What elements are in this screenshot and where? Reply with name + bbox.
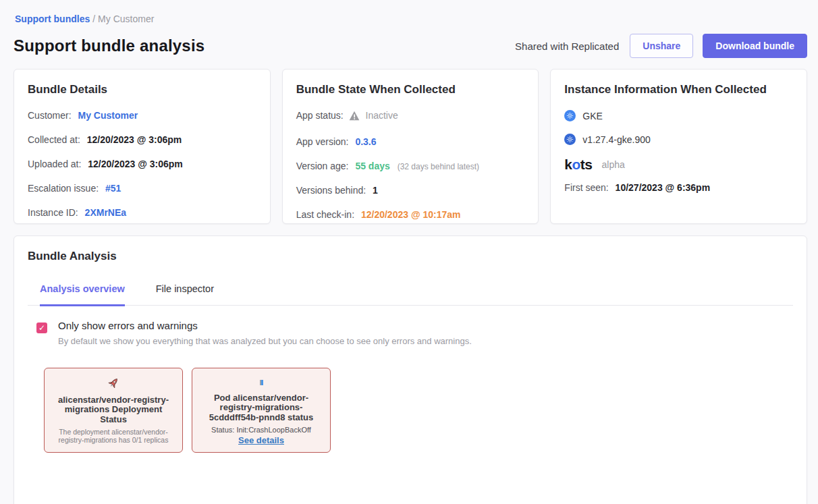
analysis-tabs: Analysis overview File inspector xyxy=(28,283,793,306)
first-seen-row: First seen: 10/27/2023 @ 6:36pm xyxy=(564,182,793,193)
versions-behind-label: Versions behind: xyxy=(296,185,366,196)
version-age-label: Version age: xyxy=(296,161,349,171)
collected-at-value: 12/20/2023 @ 3:06pm xyxy=(87,134,182,145)
collected-at-label: Collected at: xyxy=(28,134,80,145)
escalation-issue-row: Escalation issue: #51 xyxy=(28,183,256,194)
last-checkin-row: Last check-in: 12/20/2023 @ 10:17am xyxy=(296,209,525,220)
last-checkin-label: Last check-in: xyxy=(296,209,354,220)
summary-cards-row: Bundle Details Customer: My Customer Col… xyxy=(13,69,807,224)
see-details-link[interactable]: See details xyxy=(238,435,284,445)
app-status-label: App status: xyxy=(296,110,344,121)
app-status-value: Inactive xyxy=(366,110,398,121)
breadcrumb-separator: / xyxy=(90,13,98,24)
bundle-analysis-title: Bundle Analysis xyxy=(28,250,793,263)
distribution-value: GKE xyxy=(582,111,603,121)
filter-label: Only show errors and warnings xyxy=(58,320,472,331)
tab-file-inspector[interactable]: File inspector xyxy=(156,283,214,305)
errors-warnings-filter: ✓ Only show errors and warnings By defau… xyxy=(28,320,793,346)
warning-status-text: Status: Init:CrashLoopBackOff xyxy=(211,426,311,434)
escalation-issue-link[interactable]: #51 xyxy=(105,183,121,194)
bundle-details-title: Bundle Details xyxy=(28,83,256,96)
versions-behind-row: Versions behind: 1 xyxy=(296,185,525,196)
unshare-button[interactable]: Unshare xyxy=(630,34,693,58)
only-errors-checkbox[interactable]: ✓ xyxy=(36,323,47,333)
bundle-state-card: Bundle State When Collected App status: … xyxy=(282,69,539,224)
customer-label: Customer: xyxy=(28,110,72,121)
header-actions: Shared with Replicated Unshare Download … xyxy=(515,34,807,58)
warning-description: The deployment alicenstar/vendor-registr… xyxy=(53,428,174,444)
tab-analysis-overview[interactable]: Analysis overview xyxy=(40,283,125,306)
uploaded-at-row: Uploaded at: 12/20/2023 @ 3:06pm xyxy=(28,159,256,169)
instance-id-link[interactable]: 2XMrNEa xyxy=(85,207,126,218)
uploaded-at-label: Uploaded at: xyxy=(28,159,81,169)
pod-status-warning-card: Pod alicenstar/vendor-registry-migration… xyxy=(192,368,331,453)
instance-id-row: Instance ID: 2XMrNEa xyxy=(28,207,256,218)
analysis-results-row: alicenstar/vendor-registry-migrations De… xyxy=(28,368,793,453)
version-age-row: Version age: 55 days (32 days behind lat… xyxy=(296,161,525,171)
version-age-note: (32 days behind latest) xyxy=(398,162,479,171)
breadcrumb-current: My Customer xyxy=(98,13,154,24)
kots-channel: alpha xyxy=(602,159,625,170)
support-bundle-page: Support bundles/My Customer Support bund… xyxy=(0,0,818,504)
breadcrumb-support-bundles-link[interactable]: Support bundles xyxy=(15,13,90,24)
first-seen-label: First seen: xyxy=(564,182,608,193)
filter-description: By default we show you everything that w… xyxy=(58,336,472,346)
k8s-version-value: v1.27.4-gke.900 xyxy=(582,134,650,145)
breadcrumb: Support bundles/My Customer xyxy=(15,13,807,24)
download-bundle-button[interactable]: Download bundle xyxy=(703,34,807,58)
warning-title: alicenstar/vendor-registry-migrations De… xyxy=(53,395,174,424)
instance-info-title: Instance Information When Collected xyxy=(564,83,793,96)
escalation-issue-label: Escalation issue: xyxy=(28,183,99,194)
bundle-details-card: Bundle Details Customer: My Customer Col… xyxy=(13,69,271,224)
bundle-analysis-card: Bundle Analysis Analysis overview File i… xyxy=(13,235,807,504)
page-header: Support bundle analysis Shared with Repl… xyxy=(13,34,807,58)
app-version-label: App version: xyxy=(296,136,349,147)
warning-icon xyxy=(349,111,360,123)
rocket-icon xyxy=(107,375,120,391)
version-age-value: 55 days xyxy=(355,161,389,171)
customer-row: Customer: My Customer xyxy=(28,110,256,121)
app-version-row: App version: 0.3.6 xyxy=(296,136,525,147)
k8s-version-row: v1.27.4-gke.900 xyxy=(564,134,793,145)
gke-kubernetes-icon xyxy=(564,110,576,121)
distribution-row: GKE xyxy=(564,110,793,121)
last-checkin-value: 12/20/2023 @ 10:17am xyxy=(361,209,461,220)
app-status-row: App status: Inactive xyxy=(296,110,525,123)
pod-icon xyxy=(260,375,263,389)
customer-link[interactable]: My Customer xyxy=(78,110,138,121)
deployment-status-warning-card: alicenstar/vendor-registry-migrations De… xyxy=(44,368,183,453)
page-title: Support bundle analysis xyxy=(13,36,204,55)
instance-id-label: Instance ID: xyxy=(28,207,78,218)
versions-behind-value: 1 xyxy=(373,185,378,196)
collected-at-row: Collected at: 12/20/2023 @ 3:06pm xyxy=(28,134,256,145)
warning-title: Pod alicenstar/vendor-registry-migration… xyxy=(200,393,322,422)
kots-logo: kots xyxy=(564,157,592,171)
kots-row: kots alpha xyxy=(564,157,793,171)
first-seen-value: 10/27/2023 @ 6:36pm xyxy=(616,182,711,193)
shared-status-text: Shared with Replicated xyxy=(515,40,619,52)
bundle-state-title: Bundle State When Collected xyxy=(296,83,525,96)
kubernetes-version-icon xyxy=(564,134,576,145)
uploaded-at-value: 12/20/2023 @ 3:06pm xyxy=(88,159,183,169)
instance-info-card: Instance Information When Collected GKE … xyxy=(550,69,807,224)
app-version-link[interactable]: 0.3.6 xyxy=(355,136,376,147)
